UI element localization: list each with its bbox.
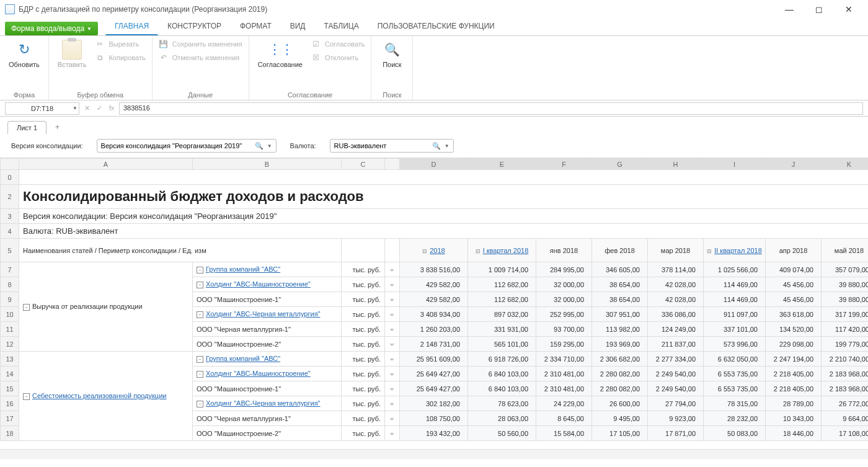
column-header[interactable]: E [468,159,536,170]
row-header[interactable]: 0 [1,170,19,185]
value-cell[interactable]: 346 605,00 [592,262,648,277]
refresh-button[interactable]: Обновить [5,38,43,69]
filter-icon[interactable] [385,292,400,307]
row-header[interactable]: 3 [1,209,19,224]
filter-icon[interactable] [385,337,400,352]
value-cell[interactable]: 32 000,00 [536,292,592,307]
row-header[interactable]: 4 [1,224,19,239]
value-cell[interactable]: 2 148 731,00 [400,337,468,352]
value-cell[interactable]: 3 838 516,00 [400,262,468,277]
value-cell[interactable]: 2 306 682,00 [592,352,648,367]
filter-icon[interactable] [385,307,400,322]
column-header[interactable]: C [342,159,385,170]
value-cell[interactable]: 6 840 103,00 [468,381,536,396]
value-cell[interactable]: 2 218 405,00 [766,367,822,381]
value-cell[interactable]: 565 101,00 [468,337,536,352]
approve-button[interactable]: ☑Согласовать [310,38,366,50]
accept-formula-icon[interactable]: ✓ [94,104,104,112]
row-header[interactable]: 18 [1,426,19,441]
period-header[interactable]: мар 2018 [648,239,704,262]
value-cell[interactable]: 6 918 726,00 [468,352,536,367]
column-header[interactable]: H [648,159,704,170]
value-cell[interactable]: 28 789,00 [766,396,822,411]
value-cell[interactable]: 409 074,00 [766,262,822,277]
undo-changes-button[interactable]: ↶Отменить изменения [157,52,244,63]
currency-input[interactable] [334,142,428,149]
value-cell[interactable]: 112 682,00 [468,277,536,292]
column-header[interactable]: B [193,159,342,170]
column-header[interactable]: D [400,159,468,170]
value-cell[interactable]: 6 632 050,00 [704,352,766,367]
formula-input[interactable]: 3838516 [119,102,863,115]
collapse-icon[interactable]: ⊟ [476,248,480,254]
value-cell[interactable]: 32 000,00 [536,277,592,292]
filter-icon[interactable] [385,426,400,441]
horizontal-scrollbar[interactable] [0,449,868,459]
column-header[interactable]: F [536,159,592,170]
value-cell[interactable]: 25 649 427,00 [400,367,468,381]
value-cell[interactable]: 78 623,00 [468,396,536,411]
filter-icon[interactable] [385,381,400,396]
value-cell[interactable]: 114 469,00 [704,277,766,292]
ribbon-tab-1[interactable]: КОНСТРУКТОР [158,17,231,35]
value-cell[interactable]: 229 098,00 [766,337,822,352]
row-header[interactable]: 14 [1,367,19,381]
entity-label[interactable]: Холдинг "АВС-Черная металлургия" [206,310,321,318]
value-cell[interactable]: 2 210 740,00 [822,352,869,367]
value-cell[interactable]: 124 249,00 [648,322,704,337]
value-cell[interactable]: 113 982,00 [592,322,648,337]
row-header[interactable]: 7 [1,262,19,277]
period-header[interactable]: апр 2018 [766,239,822,262]
value-cell[interactable]: 134 520,00 [766,322,822,337]
filter-icon[interactable] [385,411,400,426]
value-cell[interactable]: 9 664,00 [822,411,869,426]
value-cell[interactable]: 2 247 194,00 [766,352,822,367]
value-cell[interactable]: 211 837,00 [648,337,704,352]
toggle-icon[interactable]: - [197,371,203,378]
version-select[interactable]: 🔍 ▼ [97,139,277,153]
value-cell[interactable]: 2 310 481,00 [536,367,592,381]
value-cell[interactable]: 6 553 735,00 [704,381,766,396]
value-cell[interactable]: 2 280 082,00 [592,381,648,396]
toggle-icon[interactable]: - [197,282,203,288]
ribbon-tab-4[interactable]: ТАБЛИЦА [314,17,368,35]
toggle-icon[interactable]: - [23,393,30,400]
currency-select[interactable]: 🔍 ▼ [330,139,454,153]
value-cell[interactable]: 2 218 405,00 [766,381,822,396]
value-cell[interactable]: 193 969,00 [592,337,648,352]
cancel-formula-icon[interactable]: ✕ [82,104,92,112]
value-cell[interactable]: 114 469,00 [704,292,766,307]
value-cell[interactable]: 18 446,00 [766,426,822,441]
row-header[interactable]: 17 [1,411,19,426]
version-input[interactable] [101,142,251,149]
row-header[interactable]: 2 [1,185,19,209]
value-cell[interactable]: 50 560,00 [468,426,536,441]
value-cell[interactable]: 39 880,00 [822,292,869,307]
value-cell[interactable]: 93 700,00 [536,322,592,337]
spreadsheet-grid[interactable]: ABCDEFGHIJK 0 2Консолидированный бюджет … [0,158,868,449]
value-cell[interactable]: 2 249 540,00 [648,381,704,396]
toggle-icon[interactable]: - [197,311,203,318]
value-cell[interactable]: 26 772,00 [822,396,869,411]
period-header[interactable]: ⊟II квартал 2018 [704,239,766,262]
value-cell[interactable]: 1 025 566,00 [704,262,766,277]
column-header[interactable] [1,159,19,170]
value-cell[interactable]: 252 995,00 [536,307,592,322]
value-cell[interactable]: 108 750,00 [400,411,468,426]
value-cell[interactable]: 307 951,00 [592,307,648,322]
ribbon-tab-0[interactable]: ГЛАВНАЯ [105,17,158,35]
column-header[interactable]: G [592,159,648,170]
form-io-button[interactable]: Форма ввода/вывода ▼ [5,22,98,35]
filter-icon[interactable] [385,367,400,381]
column-header[interactable]: K [822,159,869,170]
value-cell[interactable]: 378 114,00 [648,262,704,277]
value-cell[interactable]: 2 334 710,00 [536,352,592,367]
period-header[interactable]: фев 2018 [592,239,648,262]
value-cell[interactable]: 2 183 968,00 [822,381,869,396]
value-cell[interactable]: 27 794,00 [648,396,704,411]
value-cell[interactable]: 429 582,00 [400,292,468,307]
value-cell[interactable]: 17 108,00 [822,426,869,441]
value-cell[interactable]: 24 229,00 [536,396,592,411]
row-header[interactable]: 15 [1,381,19,396]
close-button[interactable]: ✕ [835,1,863,18]
